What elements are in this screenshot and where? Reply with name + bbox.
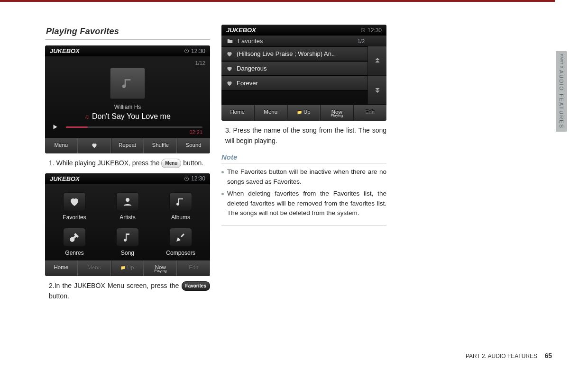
sound-button[interactable]: Sound: [177, 138, 210, 153]
screenshot-list: JUKEBOX 12:30 Favorites 1/2 (Hillsong: [221, 25, 386, 121]
list-item[interactable]: Forever: [221, 76, 368, 90]
menu-favorites[interactable]: Favorites: [48, 189, 101, 224]
folder-name: Favorites: [238, 37, 263, 45]
page-content: Playing Favorites JUKEBOX 12:30 1/12 Wil…: [45, 25, 386, 306]
menu-composers[interactable]: Composers: [154, 224, 207, 260]
heart-icon: [226, 65, 233, 72]
chevron-down-icon: [374, 86, 381, 94]
folder-icon: [226, 38, 234, 45]
person-icon: [122, 196, 133, 207]
side-tab-part: PART 2: [560, 54, 564, 68]
player-body: 1/12 William Hs ♫Don't Say You Love me 0…: [45, 56, 210, 138]
up-button: 📁 Up: [111, 260, 144, 276]
screenshot-player: JUKEBOX 12:30 1/12 William Hs ♫Don't Say…: [45, 45, 210, 153]
pen-icon: [175, 232, 186, 243]
left-column: Playing Favorites JUKEBOX 12:30 1/12 Wil…: [45, 25, 210, 306]
clock-icon: [184, 176, 189, 181]
favorite-button[interactable]: [78, 138, 111, 153]
progress-bar[interactable]: [66, 126, 202, 128]
elapsed-time: 02:21: [189, 129, 202, 135]
svg-point-2: [126, 198, 129, 202]
scroll-down-button[interactable]: [368, 76, 386, 105]
side-tab: PART 2 AUDIO FEATURES: [556, 51, 567, 132]
heart-icon: [69, 196, 80, 207]
step-1: 1. While playing JUKEBOX, press the Menu…: [49, 158, 210, 169]
now-playing-button[interactable]: NowPlaying: [320, 105, 353, 121]
play-icon[interactable]: [52, 124, 58, 132]
edit-button: Edit: [177, 260, 210, 276]
artist-name: William Hs: [45, 104, 210, 110]
shot2-clock: 12:30: [184, 175, 205, 182]
shot2-title: JUKEBOX: [50, 175, 80, 182]
shot1-title: JUKEBOX: [50, 47, 80, 54]
up-button[interactable]: 📁 Up: [287, 105, 321, 121]
folder-bar: Favorites 1/2: [221, 36, 386, 46]
favorites-chip: Favorites: [182, 281, 210, 291]
heart-icon: [91, 142, 98, 149]
section-title: Playing Favorites: [45, 25, 210, 40]
step-2: 2.In the JUKEBOX Menu screen, press the …: [49, 281, 210, 301]
menu-artists[interactable]: Artists: [101, 189, 154, 224]
right-column: JUKEBOX 12:30 Favorites 1/2 (Hillsong: [221, 25, 386, 306]
heart-icon: [226, 80, 233, 87]
shot1-button-bar: Menu Repeat Shuffle Sound: [45, 138, 210, 153]
page-footer: PART 2. AUDIO FEATURES 65: [466, 352, 552, 359]
repeat-button[interactable]: Repeat: [111, 138, 144, 153]
note-heading: Note: [221, 153, 386, 163]
menu-albums[interactable]: Albums: [154, 189, 207, 224]
menu-button[interactable]: Menu: [45, 138, 78, 153]
music-note-icon: [122, 232, 133, 243]
clock-icon: [184, 48, 189, 54]
album-art-icon: [110, 68, 145, 99]
now-playing-button[interactable]: NowPlaying: [144, 260, 177, 276]
shot3-pager: 1/2: [358, 38, 365, 44]
list-item-empty: [221, 90, 368, 105]
menu-song[interactable]: Song: [101, 224, 154, 260]
side-tab-label: AUDIO FEATURES: [559, 70, 564, 129]
scroll-up-button[interactable]: [368, 46, 386, 76]
menu-button[interactable]: Menu: [254, 105, 287, 121]
edit-button: Edit: [353, 105, 386, 121]
note-block: The Favorites button will be inactive wh…: [221, 167, 386, 226]
shot2-button-bar: Home Menu 📁 Up NowPlaying Edit: [45, 260, 210, 276]
shot1-clock: 12:30: [184, 48, 205, 54]
menu-genres[interactable]: Genres: [48, 224, 101, 260]
home-button[interactable]: Home: [45, 260, 78, 276]
footer-section: PART 2. AUDIO FEATURES: [466, 353, 537, 359]
note-item: The Favorites button will be inactive wh…: [221, 167, 386, 187]
heart-icon: [226, 51, 233, 57]
shuffle-button[interactable]: Shuffle: [144, 138, 177, 153]
header-red-bar: [0, 0, 555, 2]
guitar-icon: [69, 232, 80, 243]
step-3: 3. Press the name of the song from the l…: [225, 126, 386, 146]
footer-page-number: 65: [544, 352, 552, 359]
shot3-clock: 12:30: [360, 27, 382, 34]
shot3-button-bar: Home Menu 📁 Up NowPlaying Edit: [221, 105, 386, 121]
music-note-icon: [175, 196, 186, 207]
menu-chip: Menu: [161, 159, 181, 168]
list-item[interactable]: (Hillsong Live Praise ; Worship) An..: [221, 46, 368, 61]
home-button[interactable]: Home: [221, 105, 254, 121]
chevron-up-icon: [374, 57, 381, 64]
screenshot-menu: JUKEBOX 12:30 Favorites Artists Albums G…: [45, 173, 210, 276]
menu-button-dim: Menu: [78, 260, 111, 276]
note-item: When deleting favorites from the Favorit…: [221, 189, 386, 219]
track-title: ♫Don't Say You Love me: [45, 112, 210, 121]
list-item[interactable]: Dangerous: [221, 61, 368, 76]
music-note-icon: ♫: [84, 113, 89, 120]
clock-icon: [360, 27, 366, 33]
shot1-pager: 1/12: [195, 60, 205, 66]
shot3-title: JUKEBOX: [226, 27, 256, 34]
